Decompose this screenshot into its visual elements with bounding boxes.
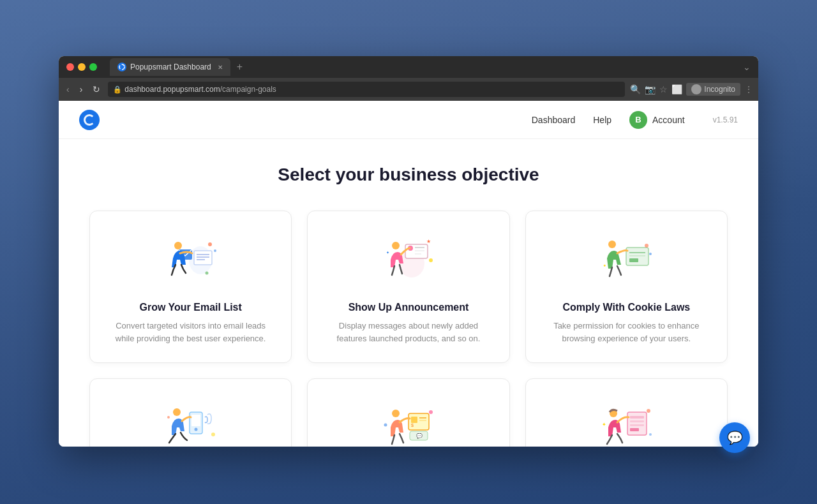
main-content: Select your business objective [59, 139, 758, 447]
svg-point-20 [429, 258, 433, 262]
svg-rect-47 [630, 420, 644, 422]
app-header: Dashboard Help B Account v1.5.91 [59, 101, 758, 139]
svg-point-8 [208, 242, 212, 246]
card-title-announcement: Show Up Announcement [349, 302, 469, 313]
browser-tab[interactable]: Popupsmart Dashboard ✕ [110, 58, 230, 76]
svg-point-33 [167, 416, 170, 419]
svg-point-53 [649, 433, 652, 436]
browser-toolbar: ‹ › ↻ 🔒 dashboard.popupsmart.com/campaig… [59, 78, 758, 101]
page-title: Select your business objective [89, 165, 728, 185]
svg-rect-48 [630, 424, 644, 426]
svg-point-31 [194, 428, 197, 431]
svg-point-27 [649, 253, 652, 255]
svg-text:💬: 💬 [416, 433, 423, 439]
tab-favicon [117, 63, 126, 71]
incognito-label: Incognito [704, 85, 735, 94]
browser-titlebar: Popupsmart Dashboard ✕ + ⌄ [59, 56, 758, 78]
logo-icon [84, 114, 95, 126]
card-illustration-announcement: ★ ✦ [377, 232, 440, 289]
header-nav: Dashboard Help B Account v1.5.91 [532, 111, 738, 129]
card-illustration-cookie-laws: ● [594, 232, 658, 289]
reload-button[interactable]: ↻ [90, 83, 103, 96]
tab-view-icon[interactable]: ⬜ [671, 84, 682, 94]
minimize-button[interactable] [78, 63, 86, 71]
svg-point-0 [119, 64, 124, 70]
card-illustration-phone-calls [159, 399, 223, 447]
card-products[interactable]: $ 💬 [307, 378, 509, 447]
svg-text:$: $ [411, 423, 414, 427]
maximize-button[interactable] [89, 63, 97, 71]
address-text: dashboard.popupsmart.com/campaign-goals [124, 85, 276, 94]
back-button[interactable]: ‹ [64, 83, 72, 96]
svg-point-43 [384, 424, 387, 427]
svg-point-10 [205, 272, 208, 275]
card-cookie-laws[interactable]: ● Comply With Cookie Laws Take permissio… [525, 211, 728, 363]
browser-window: Popupsmart Dashboard ✕ + ⌄ ‹ › ↻ 🔒 dashb… [59, 56, 758, 447]
card-email-list[interactable]: Grow Your Email List Convert targeted vi… [89, 211, 292, 363]
svg-point-7 [174, 242, 182, 249]
chat-icon: 💬 [727, 430, 743, 445]
card-title-email-list: Grow Your Email List [140, 302, 242, 313]
svg-rect-45 [627, 412, 647, 435]
card-desc-email-list: Convert targeted visitors into email lea… [105, 320, 276, 345]
traffic-lights [66, 63, 97, 71]
card-title-cookie-laws: Comply With Cookie Laws [562, 302, 690, 313]
card-desc-announcement: Display messages about newly added featu… [323, 320, 493, 345]
cards-grid: Grow Your Email List Convert targeted vi… [89, 211, 728, 447]
app-logo[interactable] [79, 110, 100, 130]
card-phone-calls[interactable]: Increase Phone Calls Enhance your call t… [89, 378, 292, 447]
svg-rect-46 [630, 416, 644, 419]
dashboard-nav-link[interactable]: Dashboard [532, 115, 576, 125]
card-desc-cookie-laws: Take permission for cookies to enhance b… [541, 320, 712, 345]
close-button[interactable] [66, 63, 74, 71]
card-illustration-email-list [159, 232, 223, 289]
svg-text:●: ● [603, 263, 606, 267]
address-bar[interactable]: 🔒 dashboard.popupsmart.com/campaign-goal… [108, 82, 625, 97]
svg-text:★: ★ [426, 239, 431, 244]
account-avatar: B [629, 111, 647, 129]
account-label: Account [652, 115, 685, 125]
camera-off-icon[interactable]: 📷 [645, 84, 656, 94]
svg-point-34 [211, 433, 215, 436]
forward-button[interactable]: › [77, 83, 86, 96]
account-button[interactable]: B Account [629, 111, 685, 129]
card-illustration-form-submission: ✦ [594, 399, 658, 447]
lock-icon: 🔒 [113, 85, 122, 94]
card-announcement[interactable]: ★ ✦ Show Up Announcement Display message… [307, 211, 509, 363]
tab-area: Popupsmart Dashboard ✕ + [110, 58, 738, 76]
svg-point-32 [173, 408, 181, 416]
help-nav-link[interactable]: Help [593, 115, 611, 125]
svg-rect-21 [626, 248, 648, 265]
star-icon[interactable]: ☆ [659, 84, 668, 94]
svg-point-17 [392, 242, 400, 249]
tab-title: Popupsmart Dashboard [130, 63, 211, 71]
svg-point-51 [647, 409, 650, 413]
svg-text:✦: ✦ [602, 422, 606, 427]
incognito-button[interactable]: Incognito [686, 83, 740, 96]
svg-text:✦: ✦ [386, 251, 389, 255]
svg-rect-30 [191, 415, 200, 426]
svg-rect-49 [630, 428, 639, 431]
svg-point-25 [608, 241, 616, 248]
window-menu-button[interactable]: ⌄ [743, 62, 751, 72]
more-options-icon[interactable]: ⋮ [744, 84, 753, 94]
app-content: Dashboard Help B Account v1.5.91 Select … [59, 101, 758, 447]
card-illustration-products: $ 💬 [377, 399, 440, 447]
new-tab-button[interactable]: + [233, 61, 246, 73]
card-form-submission[interactable]: ✦ Collect Form Submission Gather persona… [525, 378, 728, 447]
svg-point-42 [392, 410, 400, 417]
version-text: v1.5.91 [713, 115, 738, 124]
svg-rect-36 [411, 417, 417, 423]
search-icon[interactable]: 🔍 [630, 84, 641, 94]
svg-point-9 [214, 249, 216, 252]
svg-point-44 [429, 410, 433, 414]
tab-close-button[interactable]: ✕ [218, 64, 223, 71]
incognito-avatar-icon [691, 84, 701, 94]
svg-point-26 [645, 244, 648, 248]
toolbar-icons: 🔍 📷 ☆ ⬜ Incognito ⋮ [630, 83, 753, 96]
chat-button[interactable]: 💬 [719, 422, 750, 453]
svg-rect-24 [629, 258, 638, 262]
svg-rect-2 [194, 251, 212, 265]
